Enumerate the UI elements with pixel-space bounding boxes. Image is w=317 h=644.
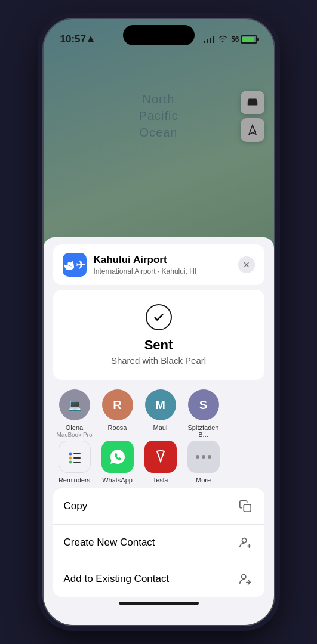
contacts-row: 💻 OlenaMacBook Pro R Roosa M Maui S Spit…: [44, 385, 274, 441]
action-list: Copy Create New Contact: [53, 488, 264, 597]
sent-title: Sent: [144, 338, 173, 353]
contact-label: Spitzfaden B...: [183, 424, 224, 438]
svg-rect-10: [244, 504, 251, 512]
location-info: Kahului Airport International Airport · …: [94, 254, 231, 275]
app-item-more[interactable]: More: [182, 441, 225, 484]
home-indicator: [119, 602, 199, 605]
battery-label: 56: [231, 35, 239, 44]
battery-container: 56: [231, 35, 257, 44]
app-label: Reminders: [59, 476, 90, 484]
status-time: 10:57: [60, 33, 94, 45]
svg-point-11: [242, 538, 246, 543]
reminders-icon: [59, 441, 91, 473]
svg-point-9: [208, 455, 211, 459]
location-card-icon: ✈: [63, 253, 87, 277]
apps-row: Reminders WhatsApp Tesla: [44, 441, 274, 484]
copy-action[interactable]: Copy: [53, 488, 264, 525]
contact-avatar-roosa: R: [102, 389, 133, 420]
app-item-tesla[interactable]: Tesla: [139, 441, 182, 484]
location-name: Kahului Airport: [94, 254, 231, 266]
contact-avatar-olena: 💻: [59, 389, 90, 420]
location-subtitle: International Airport · Kahului, HI: [94, 267, 231, 275]
whatsapp-icon: [101, 441, 134, 473]
svg-point-8: [202, 455, 205, 459]
app-item-reminders[interactable]: Reminders: [53, 441, 96, 484]
sent-card: Sent Shared with Black Pearl: [53, 290, 264, 380]
contact-avatar-maui: M: [145, 389, 176, 420]
svg-point-1: [69, 453, 72, 456]
create-contact-action[interactable]: Create New Contact: [53, 525, 264, 561]
contact-item[interactable]: M Maui: [139, 389, 182, 438]
svg-point-12: [241, 575, 245, 579]
bottom-sheet: ✈ Kahului Airport International Airport …: [44, 237, 274, 625]
wifi-icon: [218, 35, 227, 44]
contact-avatar-spitzfaden: S: [188, 389, 219, 420]
location-card: ✈ Kahului Airport International Airport …: [53, 244, 264, 285]
add-to-contact-label: Add to Existing Contact: [64, 573, 170, 585]
contact-item[interactable]: S Spitzfaden B...: [182, 389, 225, 438]
signal-icon: [204, 36, 214, 43]
add-to-contact-icon: [237, 571, 254, 587]
app-item-whatsapp[interactable]: WhatsApp: [96, 441, 139, 484]
sent-checkmark-icon: [146, 304, 172, 330]
close-button[interactable]: ✕: [238, 256, 255, 273]
app-label: WhatsApp: [102, 476, 133, 484]
contact-label: Maui: [153, 424, 168, 431]
svg-rect-6: [73, 462, 81, 463]
create-contact-label: Create New Contact: [64, 537, 155, 549]
app-label: More: [196, 476, 211, 484]
svg-rect-4: [73, 453, 81, 454]
app-label: Tesla: [153, 476, 168, 484]
tesla-icon: [144, 441, 177, 473]
battery-icon: [241, 35, 257, 44]
contact-item[interactable]: 💻 OlenaMacBook Pro: [53, 389, 96, 438]
copy-icon: [237, 498, 254, 515]
svg-point-2: [69, 457, 72, 460]
contact-label: OlenaMacBook Pro: [56, 424, 92, 438]
svg-point-3: [69, 461, 72, 464]
more-icon: [187, 441, 220, 473]
dynamic-island: [123, 25, 195, 45]
copy-label: Copy: [64, 500, 88, 512]
contact-item[interactable]: R Roosa: [96, 389, 139, 438]
status-icons: 56: [204, 35, 257, 44]
create-contact-icon: [237, 534, 254, 551]
phone-frame: North Pacific Ocean ✈️ 10:57: [42, 18, 275, 626]
svg-rect-5: [73, 457, 81, 459]
contact-label: Roosa: [108, 424, 127, 431]
sent-subtitle: Shared with Black Pearl: [111, 355, 206, 366]
svg-point-7: [196, 455, 199, 459]
svg-point-0: [67, 262, 71, 265]
add-to-contact-action[interactable]: Add to Existing Contact: [53, 561, 264, 597]
